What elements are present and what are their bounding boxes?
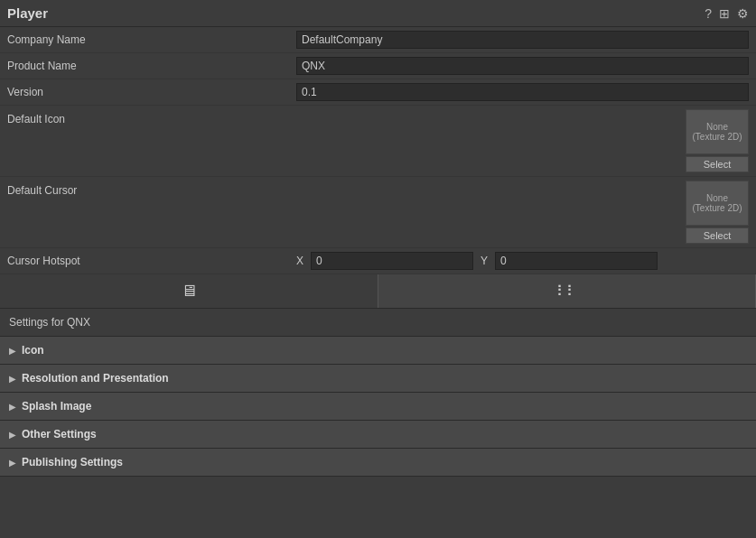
default-icon-preview: None (Texture 2D) [686,109,749,154]
default-icon-label: Default Icon [7,109,296,125]
default-icon-row: Default Icon None (Texture 2D) Select [0,106,756,177]
version-input[interactable] [296,83,749,101]
default-cursor-label: Default Cursor [7,181,296,197]
product-name-row: Product Name [0,53,756,79]
section-resolution-arrow: ▶ [9,374,16,384]
product-name-input[interactable] [296,57,749,75]
y-label: Y [481,255,488,267]
section-splash-label: Splash Image [22,400,91,413]
section-resolution[interactable]: ▶ Resolution and Presentation [0,365,756,393]
section-icon[interactable]: ▶ Icon [0,337,756,365]
platform-tabs: 🖥 ⠇⠇ [0,274,756,309]
settings-panel: Settings for QNX ▶ Icon ▶ Resolution and… [0,309,756,477]
cursor-hotspot-row: Cursor Hotspot X Y [0,248,756,274]
x-label: X [296,255,303,267]
section-other-arrow: ▶ [9,430,16,440]
layout-icon[interactable]: ⊞ [719,6,730,21]
section-other[interactable]: ▶ Other Settings [0,421,756,449]
default-cursor-type-label: (Texture 2D) [692,203,742,213]
section-resolution-label: Resolution and Presentation [22,372,169,385]
hotspot-y-input[interactable] [495,252,658,270]
blackberry-icon: ⠇⠇ [556,283,576,300]
desktop-icon: 🖥 [181,282,197,301]
default-icon-none-label: None [706,122,728,132]
default-cursor-none-label: None [706,193,728,203]
header-icons: ? ⊞ ⚙ [705,6,749,21]
player-header: Player ? ⊞ ⚙ [0,0,756,27]
default-cursor-selector: None (Texture 2D) Select [686,181,749,244]
default-icon-type-label: (Texture 2D) [692,132,742,142]
default-icon-selector: None (Texture 2D) Select [686,109,749,172]
section-publishing-arrow: ▶ [9,458,16,468]
company-name-label: Company Name [7,33,296,46]
section-publishing-label: Publishing Settings [22,456,123,468]
section-splash[interactable]: ▶ Splash Image [0,393,756,421]
default-cursor-preview: None (Texture 2D) [686,181,749,226]
version-label: Version [7,86,296,98]
player-title: Player [7,5,48,21]
section-icon-label: Icon [22,344,44,357]
product-name-label: Product Name [7,60,296,72]
company-name-row: Company Name [0,27,756,53]
hotspot-x-input[interactable] [311,252,473,270]
default-cursor-select-button[interactable]: Select [686,227,749,244]
settings-icon[interactable]: ⚙ [737,6,749,21]
section-publishing[interactable]: ▶ Publishing Settings [0,449,756,477]
tab-blackberry[interactable]: ⠇⠇ [378,274,757,308]
section-splash-arrow: ▶ [9,402,16,412]
tab-desktop[interactable]: 🖥 [0,274,378,308]
default-icon-select-button[interactable]: Select [686,156,749,172]
company-name-input[interactable] [296,31,749,49]
cursor-hotspot-label: Cursor Hotspot [7,255,296,267]
section-icon-arrow: ▶ [9,346,16,356]
help-icon[interactable]: ? [705,6,712,21]
section-other-label: Other Settings [22,428,97,441]
settings-header: Settings for QNX [0,309,756,337]
hotspot-fields: X Y [296,252,658,270]
default-cursor-row: Default Cursor None (Texture 2D) Select [0,177,756,248]
version-row: Version [0,79,756,106]
